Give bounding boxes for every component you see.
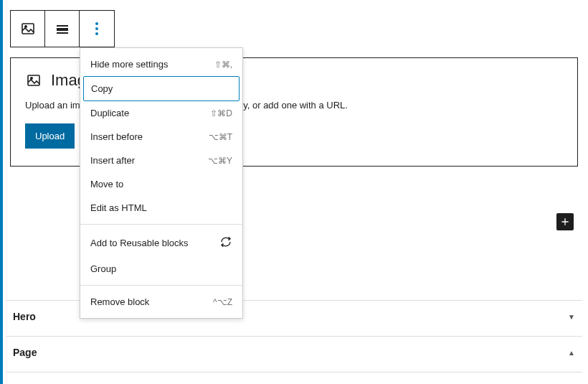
menu-item-duplicate[interactable]: Duplicate ⇧⌘D	[80, 101, 242, 125]
align-button[interactable]	[45, 11, 80, 47]
align-icon	[54, 20, 71, 37]
menu-label: Duplicate	[90, 108, 129, 118]
accordion-label: Hero	[13, 311, 36, 322]
svg-point-9	[31, 78, 32, 79]
svg-point-6	[95, 27, 98, 30]
menu-label: Hide more settings	[90, 59, 168, 70]
svg-point-1	[24, 26, 26, 27]
menu-item-insert-after[interactable]: Insert after ⌥⌘Y	[80, 149, 242, 172]
chevron-up-icon: ▲	[568, 349, 575, 357]
upload-button[interactable]: Upload	[25, 123, 75, 149]
menu-item-edit-html[interactable]: Edit as HTML	[80, 196, 242, 220]
svg-rect-2	[57, 25, 68, 27]
menu-label: Move to	[90, 179, 123, 189]
accordion-page-layers[interactable]: Page Layers	[6, 372, 582, 384]
selection-edge	[0, 0, 3, 384]
image-icon	[19, 20, 37, 37]
menu-label: Group	[90, 263, 116, 274]
menu-label: Insert after	[90, 155, 135, 166]
menu-shortcut: ^⌥Z	[213, 297, 232, 307]
svg-rect-3	[57, 28, 68, 31]
svg-rect-4	[57, 32, 68, 34]
svg-point-7	[95, 32, 98, 35]
menu-label: Add to Reusable blocks	[90, 238, 189, 248]
kebab-icon	[95, 22, 98, 36]
menu-label: Copy	[91, 83, 113, 94]
plus-icon	[559, 216, 571, 228]
accordion-label: Page	[13, 347, 37, 358]
menu-shortcut: ⌥⌘T	[209, 132, 232, 142]
menu-shortcut: ⇧⌘,	[214, 60, 232, 70]
menu-group-3: Remove block ^⌥Z	[80, 286, 242, 318]
menu-group-2: Add to Reusable blocks Group	[80, 225, 242, 286]
menu-item-copy[interactable]: Copy	[83, 76, 240, 101]
block-options-menu: Hide more settings ⇧⌘, Copy Duplicate ⇧⌘…	[80, 47, 243, 319]
menu-shortcut: ⌥⌘Y	[208, 156, 232, 166]
reusable-icon	[219, 235, 232, 250]
menu-item-group[interactable]: Group	[80, 257, 242, 281]
menu-label: Insert before	[90, 131, 143, 142]
more-options-button[interactable]	[80, 11, 114, 47]
image-icon	[25, 72, 42, 89]
menu-label: Edit as HTML	[90, 202, 147, 213]
block-toolbar	[10, 10, 115, 47]
accordion-page[interactable]: Page ▲	[6, 336, 582, 368]
menu-item-move-to[interactable]: Move to	[80, 172, 242, 196]
menu-item-hide-settings[interactable]: Hide more settings ⇧⌘,	[80, 52, 242, 76]
chevron-down-icon: ▼	[568, 313, 575, 321]
block-type-button[interactable]	[11, 11, 45, 47]
menu-item-remove-block[interactable]: Remove block ^⌥Z	[80, 290, 242, 314]
menu-item-reusable[interactable]: Add to Reusable blocks	[80, 229, 242, 257]
menu-group-1: Hide more settings ⇧⌘, Copy Duplicate ⇧⌘…	[80, 48, 242, 225]
svg-point-5	[95, 22, 98, 25]
menu-shortcut: ⇧⌘D	[210, 108, 232, 118]
menu-label: Remove block	[90, 296, 149, 307]
add-block-button[interactable]	[556, 213, 574, 230]
menu-item-insert-before[interactable]: Insert before ⌥⌘T	[80, 125, 242, 149]
